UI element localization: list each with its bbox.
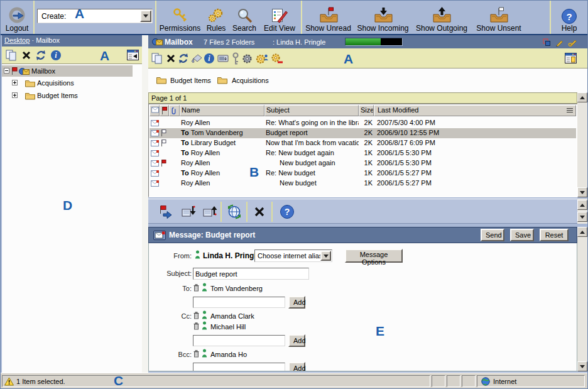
tree-item-acquisitions[interactable]: Acquisitions [2,77,142,89]
scroll-up-button[interactable] [577,200,587,210]
add-bcc-button[interactable]: Add [288,362,305,371]
import-icon[interactable] [217,53,229,64]
info-icon[interactable]: i [204,53,214,63]
flag-column-icon[interactable] [160,105,169,116]
create-dropdown-arrow[interactable] [140,10,151,22]
trash-icon[interactable] [193,322,199,331]
info-icon[interactable]: i [51,50,61,60]
message-row[interactable]: ToRoy Allen Re: New budget 1K 2006/1/5 5… [150,168,576,178]
folder-pane-breadcrumb: Desktop · Mailbox [2,35,142,47]
edit-view-label: Edit View [264,25,295,33]
expand-expander-icon[interactable] [12,80,18,85]
tree-item-label: Budget Items [37,92,78,99]
collapse-pane-icon[interactable] [127,50,139,62]
add-cc-button[interactable]: Add [288,334,305,347]
alias-dropdown-arrow[interactable] [320,251,331,261]
folder-pane-toolbar: i [2,47,142,64]
column-header-modified[interactable]: Last Modified [374,105,576,116]
scroll-down-button[interactable] [577,212,587,222]
refresh-icon[interactable] [178,53,189,65]
message-options-button[interactable]: Message Options [345,249,403,263]
bcc-input[interactable] [193,363,285,371]
show-incoming-button[interactable]: Show Incoming [354,2,412,33]
trash-icon[interactable] [193,350,199,359]
show-outgoing-button[interactable]: Show Outgoing [412,2,471,33]
trash-icon[interactable] [193,284,199,293]
save-button[interactable]: Save [510,229,534,241]
tree-item-budget-items[interactable]: Budget Items [2,90,142,101]
toolbar-separator [220,202,222,222]
subject-input[interactable] [193,268,309,280]
edit-view-button[interactable]: Edit View [259,2,300,33]
breadcrumb-acquisitions[interactable]: Acquisitions [232,77,269,84]
copy-icon[interactable] [6,50,18,62]
receive-icon[interactable] [181,205,196,220]
reset-button[interactable]: Reset [540,229,569,241]
mail-column-icon[interactable] [150,105,160,116]
attachment-column-icon[interactable] [169,105,180,116]
breadcrumb-budget-items[interactable]: Budget Items [170,77,211,84]
column-header-subject[interactable]: Subject [264,105,359,116]
refresh-icon[interactable] [35,50,46,62]
message-row[interactable]: Roy Allen Re: What's going on in the lib… [150,118,576,128]
collapse-expander-icon[interactable] [4,68,9,74]
scroll-up-button[interactable] [577,227,587,237]
paint-icon[interactable] [190,53,203,65]
reading-pane-icon[interactable] [565,53,577,65]
help-button[interactable]: ? Help [553,2,585,33]
message-list-scrollbar[interactable] [577,92,587,197]
delete-icon[interactable] [166,53,176,65]
message-row[interactable]: Roy Allen New budget again 1K 2006/1/5 5… [150,158,576,168]
internet-alias-select[interactable]: Choose internet alias: [254,249,332,262]
gear-remove-icon[interactable] [270,53,283,66]
scroll-up-button[interactable] [577,92,587,102]
cc-input[interactable] [193,335,285,346]
send-icon[interactable] [202,205,217,220]
message-row[interactable]: ToLibrary Budget Now that I'm back from … [150,138,576,148]
tree-item-mailbox[interactable]: Mailbox [2,65,142,77]
key-icon[interactable] [231,52,240,67]
show-incoming-label: Show Incoming [357,25,408,33]
permissions-button[interactable]: Permissions [157,2,203,33]
delete-icon[interactable] [21,50,31,62]
pencil-icon[interactable] [555,38,564,48]
breadcrumb-desktop-link[interactable]: Desktop [4,36,30,44]
search-button[interactable]: Search [229,2,259,33]
scroll-down-button[interactable] [577,361,587,371]
pane-splitter[interactable] [142,35,148,373]
scroll-down-button[interactable] [577,187,587,197]
compose-title: Message: Budget report [169,231,255,239]
expand-expander-icon[interactable] [12,92,18,98]
help-icon[interactable]: ? [280,205,294,219]
to-input[interactable] [193,297,285,308]
copy-icon[interactable] [151,53,163,65]
show-unread-button[interactable]: Show Unread [303,2,354,33]
gears-user-icon[interactable] [255,53,269,66]
layers-icon[interactable] [543,38,551,48]
rules-button[interactable]: Rules [203,2,229,33]
logout-button[interactable]: Logout [2,2,32,33]
add-to-button[interactable]: Add [288,296,305,309]
gear-icon[interactable] [241,53,253,66]
edit-view-icon [271,2,288,25]
tray-white-flag-icon [489,2,509,25]
column-header-name[interactable]: Name [180,105,264,116]
create-label: Create: [41,12,66,21]
pen-key-icon[interactable] [568,38,577,48]
trash-icon[interactable] [193,312,199,321]
compose-scrollbar[interactable] [577,227,587,371]
create-dropdown[interactable]: Create: [37,9,153,23]
message-row[interactable]: Roy Allen New budget 1K 2006/1/5 5:27 PM [150,178,576,189]
from-name: Linda H. Pringle [203,251,260,260]
send-button[interactable]: Send [481,229,504,241]
message-row[interactable]: ToRoy Allen Re: New budget again 1K 2006… [150,148,576,158]
globe-sync-icon[interactable] [227,204,242,221]
red-flag-icon [160,158,169,168]
flag-forward-icon[interactable] [158,205,173,220]
column-header-size[interactable]: Size [359,105,374,116]
message-row-selected[interactable]: ToTom Vandenberg Budget report 2K 2006/9… [150,128,576,138]
show-unsent-button[interactable]: Show Unsent [471,2,526,33]
splitter-scrollbar[interactable] [577,199,587,224]
column-menu-icon[interactable] [567,110,573,111]
delete-icon[interactable] [254,206,265,219]
